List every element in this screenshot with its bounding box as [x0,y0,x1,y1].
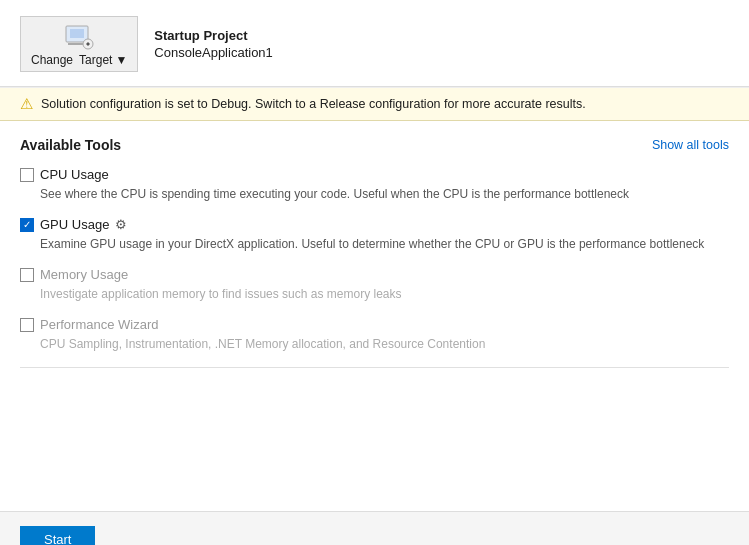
project-name: ConsoleApplication1 [154,45,273,60]
tool-header-gpu: ✓ GPU Usage ⚙ [20,217,729,232]
available-tools-header: Available Tools Show all tools [20,137,729,153]
change-target-label: Change Target ▼ [31,53,127,67]
tool-header-cpu: CPU Usage [20,167,729,182]
footer-section: Start [0,511,749,545]
cpu-usage-label: CPU Usage [40,167,109,182]
gpu-usage-checkbox[interactable]: ✓ [20,218,34,232]
startup-project-info: Startup Project ConsoleApplication1 [154,28,273,60]
gpu-usage-description: Examine GPU usage in your DirectX applic… [40,235,729,253]
memory-usage-description: Investigate application memory to find i… [40,285,729,303]
change-target-icon [63,23,95,51]
warning-bar: ⚠ Solution configuration is set to Debug… [0,87,749,121]
main-content: Available Tools Show all tools CPU Usage… [0,121,749,511]
tool-item-gpu-usage: ✓ GPU Usage ⚙ Examine GPU usage in your … [20,217,729,253]
warning-text: Solution configuration is set to Debug. … [41,97,586,111]
performance-wizard-description: CPU Sampling, Instrumentation, .NET Memo… [40,335,729,353]
performance-wizard-label: Performance Wizard [40,317,158,332]
gpu-gear-icon[interactable]: ⚙ [115,217,127,232]
memory-usage-checkbox[interactable] [20,268,34,282]
memory-usage-label: Memory Usage [40,267,128,282]
tool-item-performance-wizard: Performance Wizard CPU Sampling, Instrum… [20,317,729,353]
show-all-tools-link[interactable]: Show all tools [652,138,729,152]
performance-wizard-checkbox[interactable] [20,318,34,332]
main-divider [20,367,729,368]
tool-header-memory: Memory Usage [20,267,729,282]
change-target-button[interactable]: Change Target ▼ [20,16,138,72]
start-button[interactable]: Start [20,526,95,545]
cpu-usage-checkbox[interactable] [20,168,34,182]
available-tools-title: Available Tools [20,137,121,153]
tool-header-wizard: Performance Wizard [20,317,729,332]
cpu-usage-description: See where the CPU is spending time execu… [40,185,729,203]
warning-icon: ⚠ [20,95,33,113]
tool-item-cpu-usage: CPU Usage See where the CPU is spending … [20,167,729,203]
tool-item-memory-usage: Memory Usage Investigate application mem… [20,267,729,303]
gpu-usage-label: GPU Usage [40,217,109,232]
svg-rect-1 [70,29,84,38]
startup-project-title: Startup Project [154,28,273,43]
top-section: Change Target ▼ Startup Project ConsoleA… [0,0,749,87]
